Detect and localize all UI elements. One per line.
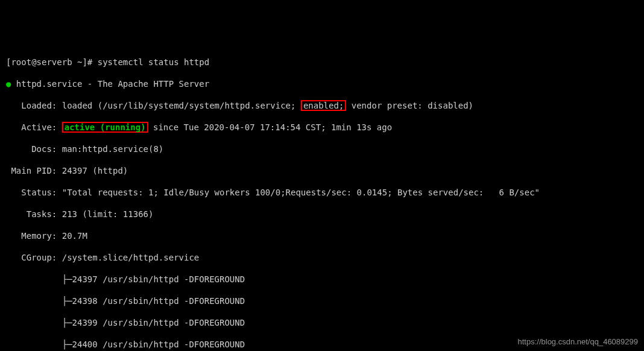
memory-line: Memory: 20.7M	[6, 230, 638, 241]
watermark-text: https://blog.csdn.net/qq_46089299	[518, 337, 639, 347]
status-line: Status: "Total requests: 1; Idle/Busy wo…	[6, 187, 638, 198]
tasks-line: Tasks: 213 (limit: 11366)	[6, 209, 638, 220]
loaded-post: vendor preset: disabled)	[346, 101, 473, 110]
active-pre: Active:	[6, 122, 62, 132]
shell-prompt: [root@serverb ~]#	[6, 57, 98, 67]
loaded-pre: Loaded: loaded (/usr/lib/systemd/system/…	[6, 101, 301, 110]
mainpid-line: Main PID: 24397 (httpd)	[6, 165, 638, 176]
cgroup-line: CGroup: /system.slice/httpd.service	[6, 252, 638, 263]
loaded-line: Loaded: loaded (/usr/lib/systemd/system/…	[6, 100, 638, 111]
cgroup-proc-line: ├─24399 /usr/sbin/httpd -DFOREGROUND	[6, 317, 638, 328]
cgroup-proc-line: ├─24398 /usr/sbin/httpd -DFOREGROUND	[6, 296, 638, 306]
prompt-line-1: [root@serverb ~]# systemctl status httpd	[6, 57, 638, 68]
active-line: Active: active (running) since Tue 2020-…	[6, 122, 638, 133]
enabled-highlight: enabled;	[301, 100, 346, 111]
active-running-text: active (running)	[65, 122, 146, 132]
command-text: systemctl status httpd	[98, 57, 209, 67]
active-post: since Tue 2020-04-07 17:14:54 CST; 1min …	[148, 122, 393, 132]
terminal-output[interactable]: [root@serverb ~]# systemctl status httpd…	[6, 46, 638, 351]
cgroup-proc-line: ├─24397 /usr/sbin/httpd -DFOREGROUND	[6, 274, 638, 285]
docs-line: Docs: man:httpd.service(8)	[6, 144, 638, 154]
active-highlight: active (running)	[62, 122, 148, 133]
service-title-line: ● httpd.service - The Apache HTTP Server	[6, 78, 638, 89]
service-title: httpd.service - The Apache HTTP Server	[11, 79, 209, 89]
